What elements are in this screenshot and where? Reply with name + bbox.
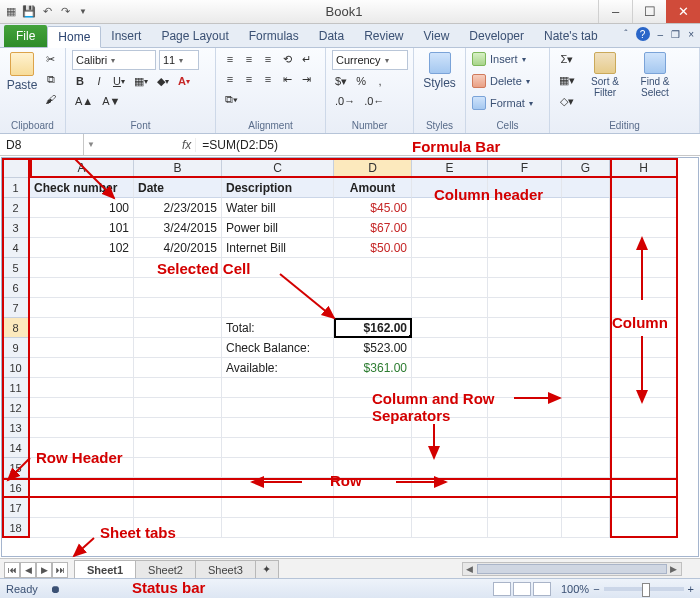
cell[interactable]: Water bill [222, 198, 334, 218]
row-header-12[interactable]: 12 [2, 398, 30, 418]
cells-format-button[interactable]: Format▾ [472, 94, 533, 112]
cell[interactable] [488, 178, 562, 198]
cell[interactable]: Description [222, 178, 334, 198]
cell[interactable] [30, 498, 134, 518]
cell[interactable] [562, 218, 610, 238]
cell[interactable] [610, 438, 678, 458]
sheet-tab-3[interactable]: Sheet3 [195, 560, 256, 578]
cell[interactable] [412, 298, 488, 318]
align-left-icon[interactable]: ≡ [222, 70, 238, 88]
help-icon[interactable]: ? [636, 27, 650, 41]
row-header-2[interactable]: 2 [2, 198, 30, 218]
italic-button[interactable]: I [91, 72, 107, 90]
cell[interactable] [412, 338, 488, 358]
cell[interactable] [412, 258, 488, 278]
cell[interactable] [222, 378, 334, 398]
cell[interactable] [488, 258, 562, 278]
cell[interactable]: 2/23/2015 [134, 198, 222, 218]
cell[interactable] [488, 238, 562, 258]
doc-minimize-icon[interactable]: – [658, 29, 664, 40]
cell[interactable] [562, 438, 610, 458]
cell[interactable] [610, 458, 678, 478]
cell[interactable] [412, 438, 488, 458]
cell[interactable] [222, 298, 334, 318]
row-header-15[interactable]: 15 [2, 458, 30, 478]
row-header-5[interactable]: 5 [2, 258, 30, 278]
new-sheet-button[interactable]: ✦ [255, 560, 279, 578]
fill-color-button[interactable]: ◆▾ [154, 72, 172, 90]
fill-icon[interactable]: ▦▾ [556, 71, 578, 89]
row-header-14[interactable]: 14 [2, 438, 30, 458]
cell[interactable] [610, 518, 678, 538]
zoom-slider[interactable] [604, 587, 684, 591]
cell[interactable] [134, 278, 222, 298]
minimize-button[interactable]: – [598, 0, 632, 23]
cell[interactable] [562, 198, 610, 218]
cell[interactable] [488, 298, 562, 318]
cell[interactable] [488, 378, 562, 398]
cell[interactable] [412, 238, 488, 258]
row-header-18[interactable]: 18 [2, 518, 30, 538]
cell[interactable] [222, 518, 334, 538]
col-header-H[interactable]: H [610, 158, 678, 178]
cell[interactable] [562, 498, 610, 518]
cells-insert-button[interactable]: Insert▾ [472, 50, 526, 68]
align-bottom-icon[interactable]: ≡ [260, 50, 276, 68]
cell[interactable] [412, 398, 488, 418]
cell[interactable] [334, 398, 412, 418]
qat-dropdown-icon[interactable]: ▼ [76, 5, 90, 19]
cell[interactable] [30, 258, 134, 278]
cell[interactable] [222, 478, 334, 498]
cell[interactable] [334, 258, 412, 278]
cell[interactable] [30, 418, 134, 438]
row-header-9[interactable]: 9 [2, 338, 30, 358]
increase-decimal-icon[interactable]: .0→ [332, 92, 358, 110]
cell[interactable] [562, 318, 610, 338]
cell[interactable] [30, 338, 134, 358]
cell[interactable] [488, 218, 562, 238]
tab-data[interactable]: Data [309, 25, 354, 47]
cell[interactable]: $523.00 [334, 338, 412, 358]
cell[interactable] [222, 458, 334, 478]
formula-input[interactable]: =SUM(D2:D5) [196, 138, 700, 152]
cut-icon[interactable]: ✂ [42, 50, 59, 68]
row-header-16[interactable]: 16 [2, 478, 30, 498]
cell[interactable] [222, 438, 334, 458]
cell[interactable] [610, 398, 678, 418]
cell[interactable] [412, 518, 488, 538]
row-header-6[interactable]: 6 [2, 278, 30, 298]
row-header-1[interactable]: 1 [2, 178, 30, 198]
macro-record-icon[interactable]: ⏺ [50, 583, 61, 595]
tab-page-layout[interactable]: Page Layout [151, 25, 238, 47]
font-size-dropdown[interactable]: 11▾ [159, 50, 199, 70]
view-normal-icon[interactable] [493, 582, 511, 596]
sheet-nav-first[interactable]: ⏮ [4, 562, 20, 578]
underline-button[interactable]: U▾ [110, 72, 128, 90]
cell[interactable]: $67.00 [334, 218, 412, 238]
cell[interactable]: 101 [30, 218, 134, 238]
tab-formulas[interactable]: Formulas [239, 25, 309, 47]
cell[interactable]: $50.00 [334, 238, 412, 258]
cell[interactable] [610, 418, 678, 438]
align-center-icon[interactable]: ≡ [241, 70, 257, 88]
row-header-3[interactable]: 3 [2, 218, 30, 238]
styles-button[interactable]: Styles [420, 50, 459, 90]
sheet-tab-2[interactable]: Sheet2 [135, 560, 196, 578]
cell[interactable] [134, 498, 222, 518]
sort-filter-button[interactable]: Sort & Filter [582, 50, 628, 98]
cell[interactable] [488, 198, 562, 218]
cell[interactable] [334, 418, 412, 438]
cell[interactable]: Date [134, 178, 222, 198]
cell[interactable] [562, 478, 610, 498]
cell[interactable] [30, 438, 134, 458]
sheet-tab-1[interactable]: Sheet1 [74, 560, 136, 578]
cell[interactable] [488, 318, 562, 338]
col-header-G[interactable]: G [562, 158, 610, 178]
cell[interactable] [334, 498, 412, 518]
row-header-4[interactable]: 4 [2, 238, 30, 258]
zoom-control[interactable]: 100% − + [561, 583, 694, 595]
cell[interactable] [134, 418, 222, 438]
tab-review[interactable]: Review [354, 25, 413, 47]
cell[interactable] [334, 378, 412, 398]
col-header-A[interactable]: A [30, 158, 134, 178]
